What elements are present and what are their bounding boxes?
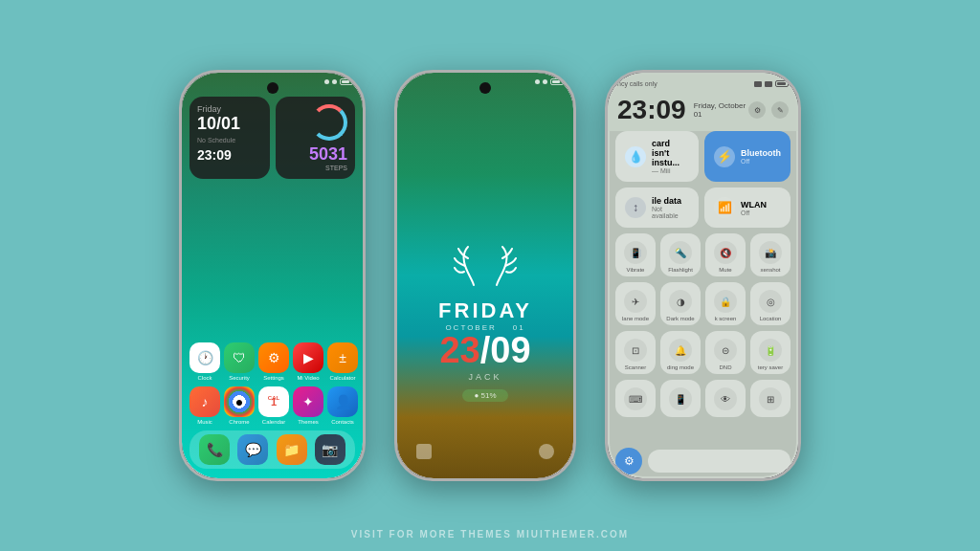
battery-saver-label: tery saver xyxy=(758,364,783,370)
phone-2-name: JACK xyxy=(468,372,501,382)
tile-wlan[interactable]: 📶 WLAN Off xyxy=(704,187,791,228)
app-mivideo[interactable]: ▶ Mi Video xyxy=(293,342,323,381)
tile-data-text: ile data Not available xyxy=(652,196,689,219)
toggle-scanner[interactable]: ⊡ Scanner xyxy=(615,331,656,374)
app-security-label: Security xyxy=(229,375,250,381)
app-settings[interactable]: ⚙ Settings xyxy=(258,342,289,381)
phone-3-search-bar[interactable] xyxy=(648,450,791,473)
phone-3-time: 23:09 xyxy=(617,95,686,125)
battery-status-icon xyxy=(775,80,789,87)
toggle-mute[interactable]: 🔇 Mute xyxy=(705,233,746,276)
phones-container: Friday 10/01 No Schedule 23:09 5031 STEP… xyxy=(0,0,980,551)
wlan-icon: 📶 xyxy=(714,197,735,218)
quick-tiles: 💧 card isn't instu... — Miii ⚡ Bluetooth… xyxy=(608,131,798,233)
phone-3-time-row: 23:09 Friday, October 01 ⚙ ✎ xyxy=(608,91,798,131)
wifi-icon xyxy=(332,79,337,84)
grid-icon: ⊞ xyxy=(759,387,782,410)
bluetooth-icon: ⚡ xyxy=(714,146,735,167)
calendar-widget[interactable]: Friday 10/01 No Schedule 23:09 xyxy=(189,97,270,179)
app-calendar[interactable]: CAL1 Calendar xyxy=(258,386,289,425)
toggle-location[interactable]: ◎ Location xyxy=(750,282,791,325)
vibrate-label: Vibrate xyxy=(627,267,645,273)
dock-files[interactable]: 📁 xyxy=(277,434,307,465)
phone-1-apps: 🕐 Clock 🛡 Security ⚙ Settings ▶ Mi Video xyxy=(189,342,355,469)
toggle-keyboard[interactable]: ⌨ xyxy=(615,380,656,417)
phone-3-status-icons xyxy=(754,80,789,87)
dock-messages[interactable]: 💬 xyxy=(237,434,268,465)
edit-icon[interactable]: ✎ xyxy=(771,101,789,119)
scanner-label: Scanner xyxy=(625,364,646,370)
darkmode-label: Dark mode xyxy=(666,316,694,321)
steps-widget[interactable]: 5031 STEPS xyxy=(276,97,356,179)
tile-data-subtitle: Not available xyxy=(652,206,689,219)
app-contacts[interactable]: 👤 Contacts xyxy=(327,386,358,425)
app-themes-label: Themes xyxy=(298,419,319,425)
airplane-icon: ✈ xyxy=(624,290,647,313)
battery-fill-3 xyxy=(777,82,786,85)
toggles-row1: 📳 Vibrate 🔦 Flashlight 🔇 Mute 📸 xenshot xyxy=(608,233,798,282)
toggle-grid[interactable]: ⊞ xyxy=(750,380,791,417)
tile-wlan-text: WLAN Off xyxy=(741,200,767,216)
toggle-flashlight[interactable]: 🔦 Flashlight xyxy=(660,233,701,276)
app-chrome[interactable]: ● Chrome xyxy=(224,386,255,425)
app-music[interactable]: ♪ Music xyxy=(189,386,220,425)
app-security[interactable]: 🛡 Security xyxy=(224,342,255,381)
toggles-row2: ✈ lane mode ◑ Dark mode 🔒 k screen ◎ Loc… xyxy=(608,282,798,331)
vibrate-icon: 📳 xyxy=(624,241,647,264)
tile-bluetooth-title: Bluetooth xyxy=(741,148,781,158)
toggle-dnd[interactable]: ⊝ DND xyxy=(705,331,746,374)
toggles-row3: ⊡ Scanner 🔔 ding mode ⊝ DND 🔋 tery saver xyxy=(608,331,798,380)
dock-phone[interactable]: 📞 xyxy=(199,434,230,465)
settings-gear-icon[interactable]: ⚙ xyxy=(748,101,766,119)
toggle-lockscreen[interactable]: 🔒 k screen xyxy=(705,282,746,325)
tile-data-title: ile data xyxy=(652,196,689,206)
toggle-eye[interactable]: 👁 xyxy=(705,380,746,417)
toggle-darkmode[interactable]: ◑ Dark mode xyxy=(660,282,701,325)
tile-water[interactable]: 💧 card isn't instu... — Miii xyxy=(615,131,699,182)
app-calculator-label: Calculator xyxy=(329,375,355,381)
dingmode-icon: 🔔 xyxy=(669,339,692,362)
app-calculator[interactable]: ± Calculator xyxy=(327,342,358,381)
toggle-vibrate[interactable]: 📳 Vibrate xyxy=(615,233,656,276)
tile-wlan-title: WLAN xyxy=(741,200,767,209)
app-settings-label: Settings xyxy=(263,375,284,381)
eye-icon: 👁 xyxy=(714,387,737,410)
settings-icon: ⚙ xyxy=(258,342,289,373)
location-icon: ◎ xyxy=(759,290,782,313)
toggles-row4: ⌨ 📱 👁 ⊞ xyxy=(608,380,798,423)
contacts-icon: 👤 xyxy=(327,386,358,417)
mobile-data-icon: ↕ xyxy=(625,197,646,218)
dock-camera[interactable]: 📷 xyxy=(315,434,345,465)
dnd-icon: ⊝ xyxy=(714,339,737,362)
app-themes[interactable]: ✦ Themes xyxy=(293,386,323,425)
app-calendar-label: Calendar xyxy=(262,419,285,425)
app-clock[interactable]: 🕐 Clock xyxy=(189,342,220,381)
flashlight-label: Flashlight xyxy=(668,267,693,273)
calculator-icon: ± xyxy=(327,342,358,373)
phone-3-settings-button[interactable]: ⚙ xyxy=(615,448,642,474)
toggle-battery-saver[interactable]: 🔋 tery saver xyxy=(750,331,791,374)
tile-water-subtitle: — Miii xyxy=(652,167,689,174)
toggle-airplane[interactable]: ✈ lane mode xyxy=(615,282,656,325)
chrome-icon: ● xyxy=(224,386,255,417)
keyboard-icon: ⌨ xyxy=(624,387,647,410)
toggle-dingmode[interactable]: 🔔 ding mode xyxy=(660,331,701,374)
tile-bluetooth[interactable]: ⚡ Bluetooth Off xyxy=(704,131,791,182)
battery-fill xyxy=(342,80,349,83)
screenshot-label: xenshot xyxy=(760,267,780,273)
toggle-screen[interactable]: 📱 xyxy=(660,380,701,417)
dingmode-label: ding mode xyxy=(667,364,694,370)
tile-data[interactable]: ↕ ile data Not available xyxy=(615,187,699,228)
steps-label: STEPS xyxy=(325,165,347,171)
battery-saver-icon: 🔋 xyxy=(759,339,782,362)
water-drop-icon: 💧 xyxy=(625,146,646,167)
battery-fill-2 xyxy=(552,80,560,83)
phone-2-camera xyxy=(479,82,491,94)
phone-3-date: Friday, October 01 xyxy=(694,101,748,119)
phone-2-status-bar xyxy=(535,78,564,85)
toggle-screenshot[interactable]: 📸 xenshot xyxy=(750,233,791,276)
battery-icon xyxy=(340,78,353,85)
files-icon: 📁 xyxy=(277,434,307,465)
phone-2-time: 23/09 xyxy=(439,332,530,368)
tile-water-title: card isn't instu... xyxy=(652,139,689,167)
